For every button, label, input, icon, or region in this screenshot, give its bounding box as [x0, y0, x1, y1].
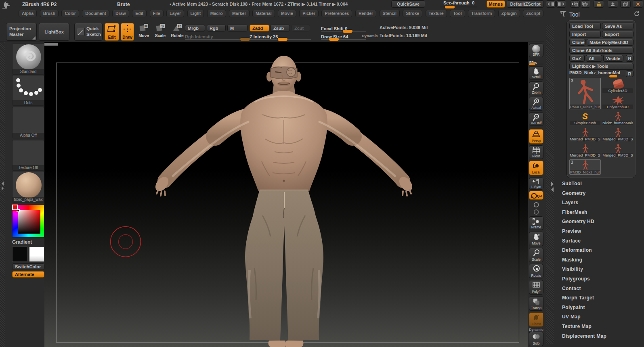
- rotate-y-button[interactable]: [531, 201, 541, 208]
- section-texture-map[interactable]: Texture Map: [562, 322, 643, 332]
- prev-ui-layout-button[interactable]: [570, 0, 580, 8]
- menu-tool[interactable]: Tool: [450, 10, 465, 17]
- tool-thumbnail-merged-3[interactable]: Merged_PM3D_S: [569, 143, 601, 158]
- rgb-intensity-slider[interactable]: Rgb Intensity: [185, 33, 248, 41]
- rotate-gyro-button[interactable]: R Rotate: [170, 23, 185, 41]
- persp-button[interactable]: Persp: [529, 129, 543, 144]
- zoom-button[interactable]: Zoom: [529, 82, 543, 95]
- shrink-left-tray-button[interactable]: [546, 0, 556, 8]
- menu-light[interactable]: Light: [187, 10, 204, 17]
- floor-button[interactable]: Floor: [529, 145, 543, 159]
- projection-master-button[interactable]: Projection Master: [6, 23, 37, 41]
- solo-button[interactable]: Solo: [529, 332, 543, 346]
- menu-draw[interactable]: Draw: [112, 10, 129, 17]
- section-visibility[interactable]: Visibility: [562, 265, 643, 274]
- goz-visible-button[interactable]: Visible: [603, 55, 623, 62]
- menus-button[interactable]: Menus: [487, 0, 505, 8]
- clone-all-subtools-button[interactable]: Clone All SubTools: [569, 47, 634, 54]
- menu-marker[interactable]: Marker: [229, 10, 249, 17]
- draw-size-handle[interactable]: [329, 38, 339, 41]
- menu-stencil[interactable]: Stencil: [380, 10, 400, 17]
- section-polypaint[interactable]: Polypaint: [562, 303, 643, 313]
- scale-3d-button[interactable]: Scale: [529, 248, 543, 262]
- menu-zscript[interactable]: Zscript: [523, 10, 543, 17]
- aahalf-button[interactable]: AAHalf: [529, 112, 543, 126]
- edit-button[interactable]: Edit: [105, 23, 119, 41]
- right-tray-divider-handle[interactable]: [550, 181, 555, 192]
- xyz-button[interactable]: xyz: [529, 191, 543, 200]
- section-displacement-map[interactable]: Displacement Map: [562, 332, 643, 341]
- tool-thumbnail-merged-4[interactable]: Merged_PM3D_S: [602, 143, 634, 158]
- menu-brush[interactable]: Brush: [40, 10, 59, 17]
- save-as-button[interactable]: Save As: [602, 23, 634, 29]
- lightbox-button[interactable]: LightBox: [39, 23, 69, 41]
- left-tray-divider-handle[interactable]: [0, 181, 5, 191]
- spix-slider[interactable]: SPix: [529, 58, 543, 65]
- section-layers[interactable]: Layers: [562, 198, 643, 208]
- focal-shift-handle[interactable]: [343, 30, 352, 33]
- transp-button[interactable]: Transp: [529, 296, 543, 311]
- palette-reset-icon[interactable]: [634, 11, 640, 17]
- zadd-button[interactable]: Zadd: [250, 25, 269, 31]
- bpr-button[interactable]: BPR: [529, 44, 543, 57]
- main-color-swatch[interactable]: [12, 247, 27, 262]
- goz-button[interactable]: GoZ: [569, 55, 585, 62]
- section-uv-map[interactable]: UV Map: [562, 312, 643, 322]
- current-brush-tile[interactable]: Standard: [12, 43, 44, 75]
- scale-gyro-button[interactable]: S Scale: [153, 23, 167, 41]
- current-alpha-tile[interactable]: Alpha Off: [12, 107, 44, 138]
- ghost-button[interactable]: Ghost: [529, 312, 543, 327]
- menu-movie[interactable]: Movie: [278, 10, 296, 17]
- section-preview[interactable]: Preview: [562, 227, 643, 236]
- secondary-color-swatch[interactable]: [29, 247, 44, 262]
- rotate-z-button[interactable]: [531, 208, 541, 215]
- switch-color-button[interactable]: SwitchColor: [12, 263, 44, 270]
- lsym-button[interactable]: L.Sym: [529, 178, 543, 190]
- section-deformation[interactable]: Deformation: [562, 246, 643, 255]
- menu-document[interactable]: Document: [82, 10, 109, 17]
- shrink-right-tray-button[interactable]: [556, 0, 566, 8]
- menu-color[interactable]: Color: [61, 10, 79, 17]
- restore-button[interactable]: [620, 0, 631, 8]
- see-through-slider[interactable]: See-through 0: [440, 0, 477, 8]
- lock-button[interactable]: [594, 0, 604, 8]
- tool-thumbnail-merged-2[interactable]: Merged_PM3D_S: [602, 127, 634, 142]
- minimize-button[interactable]: [608, 0, 618, 8]
- quicksave-button[interactable]: QuickSave: [391, 0, 425, 8]
- next-ui-layout-button[interactable]: [581, 0, 590, 8]
- gradient-label[interactable]: Gradient: [12, 239, 44, 245]
- menu-file[interactable]: File: [150, 10, 164, 17]
- section-fibermesh[interactable]: FiberMesh: [562, 208, 643, 217]
- menu-picker[interactable]: Picker: [299, 10, 319, 17]
- tool-r-button[interactable]: R: [626, 70, 634, 77]
- clone-button[interactable]: Clone: [569, 39, 585, 46]
- frame-button[interactable]: Frame: [529, 216, 543, 230]
- actual-button[interactable]: Actual: [529, 97, 543, 111]
- draw-button[interactable]: Draw: [121, 23, 134, 41]
- section-geometry[interactable]: Geometry: [562, 189, 643, 199]
- current-material-tile[interactable]: toxic_papa_wax: [12, 171, 44, 203]
- focal-shift-slider[interactable]: Focal Shift 0: [321, 25, 366, 33]
- scroll-button[interactable]: Scroll: [529, 66, 543, 80]
- section-subtool[interactable]: SubTool: [562, 179, 643, 189]
- export-button[interactable]: Export: [602, 31, 634, 38]
- current-tool-handle[interactable]: [609, 75, 617, 77]
- quick-sketch-button[interactable]: Quick Sketch: [74, 23, 103, 41]
- zsub-button[interactable]: Zsub: [271, 25, 290, 31]
- goz-all-button[interactable]: All: [586, 55, 602, 62]
- rotate-3d-button[interactable]: Rotate: [529, 264, 543, 278]
- menu-stroke[interactable]: Stroke: [403, 10, 422, 17]
- see-through-handle[interactable]: [445, 6, 455, 8]
- tool-thumbnail-pm3d-2[interactable]: 3 PM3D_Nickz_hur: [569, 159, 601, 175]
- rgb-button[interactable]: Rgb: [207, 25, 226, 31]
- move-3d-button[interactable]: Move: [529, 232, 543, 246]
- z-intensity-handle[interactable]: [278, 38, 287, 41]
- draw-size-slider[interactable]: Draw Size 64: [321, 33, 366, 41]
- menu-alpha[interactable]: Alpha: [19, 10, 37, 17]
- dynamic-label[interactable]: Dynamic: [362, 33, 378, 38]
- menu-zplugin[interactable]: Zplugin: [498, 10, 520, 17]
- current-texture-tile[interactable]: Texture Off: [12, 140, 44, 171]
- m-button[interactable]: M: [227, 25, 248, 31]
- local-button[interactable]: Local: [529, 161, 543, 175]
- canvas[interactable]: [44, 42, 528, 347]
